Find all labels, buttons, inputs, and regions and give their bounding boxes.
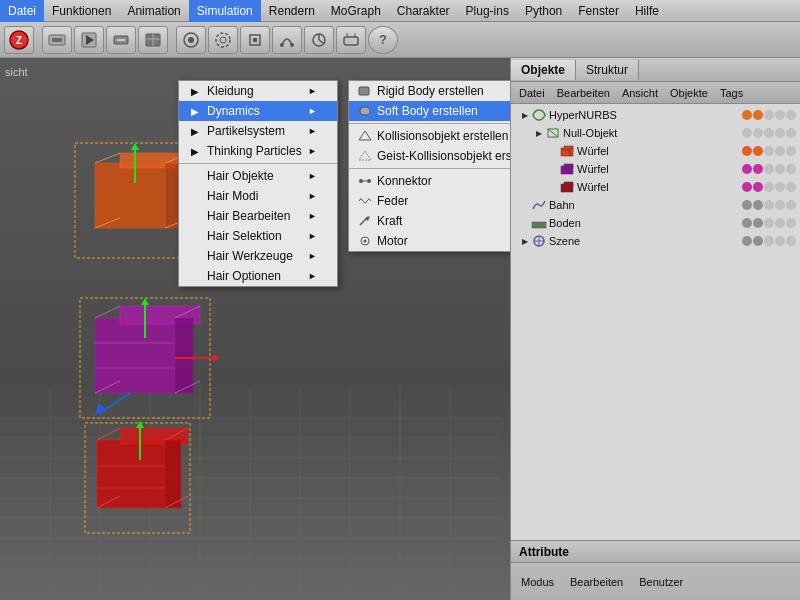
tree-dot[interactable] [742, 164, 752, 174]
tree-arrow[interactable] [547, 181, 559, 193]
dynamics-soft-body[interactable]: Soft Body erstellen [349, 101, 510, 121]
tree-dot[interactable] [742, 110, 752, 120]
dynamics-feder[interactable]: Feder [349, 191, 510, 211]
tree-dot[interactable] [786, 236, 796, 246]
tree-arrow[interactable]: ▶ [519, 109, 531, 121]
menu-simulation[interactable]: Simulation [189, 0, 261, 22]
toolbar-sim-6[interactable] [336, 26, 366, 54]
menu-hair-objekte[interactable]: Hair Objekte ► [179, 166, 337, 186]
toolbar-help[interactable]: ? [368, 26, 398, 54]
toolbar-sim-3[interactable] [240, 26, 270, 54]
tree-dot[interactable] [742, 236, 752, 246]
tree-dot[interactable] [775, 164, 785, 174]
tree-arrow[interactable] [519, 199, 531, 211]
tree-dot[interactable] [764, 218, 774, 228]
subtoolbar-bearbeiten[interactable]: Bearbeiten [553, 85, 614, 101]
tree-dot[interactable] [764, 164, 774, 174]
menu-datei[interactable]: Datei [0, 0, 44, 22]
tree-item[interactable]: ▶HyperNURBS [511, 106, 800, 124]
subtoolbar-tags[interactable]: Tags [716, 85, 747, 101]
tree-dot[interactable] [786, 146, 796, 156]
subtoolbar-datei[interactable]: Datei [515, 85, 549, 101]
tree-arrow[interactable] [547, 145, 559, 157]
tree-dot[interactable] [775, 182, 785, 192]
dynamics-konnektor[interactable]: Konnektor [349, 171, 510, 191]
menu-python[interactable]: Python [517, 0, 570, 22]
attr-tab-benutzer[interactable]: Benutzer [637, 574, 685, 590]
dynamics-kraft[interactable]: Kraft [349, 211, 510, 231]
tree-dot[interactable] [753, 110, 763, 120]
tab-struktur[interactable]: Struktur [576, 60, 639, 80]
tree-dot[interactable] [753, 128, 763, 138]
tree-dot[interactable] [764, 200, 774, 210]
tree-dot[interactable] [753, 164, 763, 174]
tree-dot[interactable] [786, 110, 796, 120]
tree-dot[interactable] [775, 236, 785, 246]
tab-objekte[interactable]: Objekte [511, 60, 576, 80]
menu-dynamics[interactable]: ▶ Dynamics ► [179, 101, 337, 121]
menu-mograph[interactable]: MoGraph [323, 0, 389, 22]
tree-dot[interactable] [775, 200, 785, 210]
dynamics-collision[interactable]: Kollisionsobjekt erstellen [349, 126, 510, 146]
tree-dot[interactable] [786, 164, 796, 174]
tree-item[interactable]: Boden [511, 214, 800, 232]
tree-dot[interactable] [753, 182, 763, 192]
toolbar-btn-1[interactable] [42, 26, 72, 54]
subtoolbar-objekte[interactable]: Objekte [666, 85, 712, 101]
menu-hair-selektion[interactable]: Hair Selektion ► [179, 226, 337, 246]
tree-dot[interactable] [753, 146, 763, 156]
tree-item[interactable]: Würfel [511, 178, 800, 196]
menu-hair-werkzeuge[interactable]: Hair Werkzeuge ► [179, 246, 337, 266]
tree-item[interactable]: Würfel [511, 142, 800, 160]
attr-tab-bearbeiten[interactable]: Bearbeiten [568, 574, 625, 590]
menu-hair-optionen[interactable]: Hair Optionen ► [179, 266, 337, 286]
tree-dot[interactable] [764, 146, 774, 156]
toolbar-sim-2[interactable] [208, 26, 238, 54]
tree-dot[interactable] [753, 200, 763, 210]
tree-dot[interactable] [786, 128, 796, 138]
tree-item[interactable]: ▶Szene [511, 232, 800, 250]
tree-item[interactable]: ▶Null-Objekt [511, 124, 800, 142]
menu-partikelsystem[interactable]: ▶ Partikelsystem ► [179, 121, 337, 141]
toolbar-sim-5[interactable] [304, 26, 334, 54]
tree-dot[interactable] [775, 146, 785, 156]
tree-dot[interactable] [775, 110, 785, 120]
tree-dot[interactable] [775, 218, 785, 228]
viewport[interactable]: sicht ▶ Kleidung ► ▶ Dynamics ► ▶ Partik… [0, 58, 510, 600]
menu-rendern[interactable]: Rendern [261, 0, 323, 22]
tree-dot[interactable] [764, 182, 774, 192]
menu-funktionen[interactable]: Funktionen [44, 0, 119, 22]
tree-dot[interactable] [742, 182, 752, 192]
menu-hair-modi[interactable]: Hair Modi ► [179, 186, 337, 206]
menu-kleidung[interactable]: ▶ Kleidung ► [179, 81, 337, 101]
tree-dot[interactable] [764, 128, 774, 138]
menu-charakter[interactable]: Charakter [389, 0, 458, 22]
tree-arrow[interactable] [519, 217, 531, 229]
tree-arrow[interactable]: ▶ [519, 235, 531, 247]
menu-plugins[interactable]: Plug-ins [458, 0, 517, 22]
tree-dot[interactable] [786, 218, 796, 228]
menu-fenster[interactable]: Fenster [570, 0, 627, 22]
attr-tab-modus[interactable]: Modus [519, 574, 556, 590]
tree-dot[interactable] [753, 218, 763, 228]
tree-arrow[interactable] [547, 163, 559, 175]
menu-hair-bearbeiten[interactable]: Hair Bearbeiten ► [179, 206, 337, 226]
menu-hilfe[interactable]: Hilfe [627, 0, 667, 22]
tree-dot[interactable] [764, 236, 774, 246]
toolbar-btn-4[interactable] [138, 26, 168, 54]
dynamics-rigid-body[interactable]: Rigid Body erstellen [349, 81, 510, 101]
dynamics-ghost-collision[interactable]: Geist-Kollisionsobjekt erstellen [349, 146, 510, 166]
tree-dot[interactable] [786, 200, 796, 210]
tree-item[interactable]: Bahn [511, 196, 800, 214]
tree-dot[interactable] [742, 128, 752, 138]
tree-dot[interactable] [742, 200, 752, 210]
toolbar-btn-3[interactable] [106, 26, 136, 54]
tree-dot[interactable] [775, 128, 785, 138]
toolbar-btn-2[interactable] [74, 26, 104, 54]
tree-item[interactable]: Würfel [511, 160, 800, 178]
dynamics-motor[interactable]: Motor [349, 231, 510, 251]
tree-dot[interactable] [786, 182, 796, 192]
tree-dot[interactable] [753, 236, 763, 246]
menu-thinking-particles[interactable]: ▶ Thinking Particles ► [179, 141, 337, 161]
subtoolbar-ansicht[interactable]: Ansicht [618, 85, 662, 101]
